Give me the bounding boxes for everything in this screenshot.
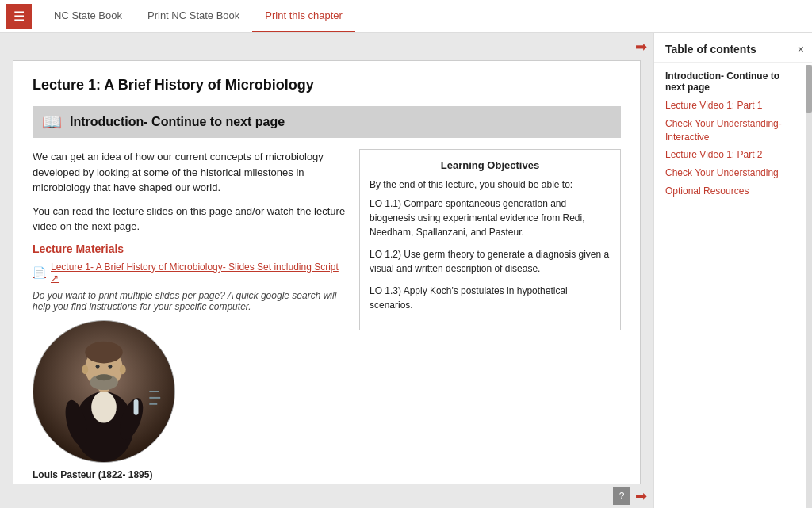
toc-link-1[interactable]: Lecture Video 1: Part 1 xyxy=(665,99,801,113)
slides-link[interactable]: 📄 Lecture 1- A Brief History of Microbio… xyxy=(33,262,347,284)
content-bottom-toolbar: ? ➡ xyxy=(0,484,653,508)
toc-close-button[interactable]: × xyxy=(798,43,804,55)
book-page: Lecture 1: A Brief History of Microbiolo… xyxy=(13,60,641,484)
svg-rect-14 xyxy=(134,399,139,414)
svg-point-2 xyxy=(91,392,117,423)
toc-scrollbar-track[interactable] xyxy=(806,65,812,508)
toc-link-4[interactable]: Check Your Understanding xyxy=(665,166,801,180)
content-scroll[interactable]: Lecture 1: A Brief History of Microbiolo… xyxy=(0,60,653,484)
content-area: ➡ Lecture 1: A Brief History of Microbio… xyxy=(0,33,653,508)
body-text-2: You can read the lecture slides on this … xyxy=(33,204,347,235)
page-title: Lecture 1: A Brief History of Microbiolo… xyxy=(33,77,621,94)
svg-point-7 xyxy=(96,374,112,380)
section-header: 📖 Introduction- Continue to next page xyxy=(33,106,621,138)
next-page-arrow-bottom[interactable]: ➡ xyxy=(635,487,647,505)
tab-print-this-chapter[interactable]: Print this chapter xyxy=(252,0,355,32)
portrait-bg xyxy=(33,321,174,462)
toc-link-2[interactable]: Check Your Understanding- Interactive xyxy=(665,117,801,144)
svg-point-5 xyxy=(85,341,122,363)
left-column: We can get an idea of how our current co… xyxy=(33,149,347,484)
menu-icon: ☰ xyxy=(13,9,25,24)
learning-intro: By the end of this lecture, you should b… xyxy=(370,179,611,190)
learning-objectives-title: Learning Objectives xyxy=(370,159,611,171)
italic-note: Do you want to print multiple slides per… xyxy=(33,290,347,312)
learning-item-3: LO 1.3) Apply Koch's postulates in hypot… xyxy=(370,284,611,312)
learning-item-1: LO 1.1) Compare spontaneous generation a… xyxy=(370,197,611,239)
toc-header: Table of contents × xyxy=(654,33,812,63)
svg-point-11 xyxy=(120,365,126,374)
section-header-text: Introduction- Continue to next page xyxy=(70,115,285,129)
toc-scrollbar-thumb[interactable] xyxy=(806,65,812,113)
book-icon: 📖 xyxy=(42,113,62,132)
portrait-container: Louis Pasteur (1822- 1895) Pasteur demon… xyxy=(33,320,347,485)
next-page-arrow-top[interactable]: ➡ xyxy=(635,38,647,55)
lecture-materials-title: Lecture Materials xyxy=(33,243,347,255)
two-column-layout: We can get an idea of how our current co… xyxy=(33,149,621,484)
nav-tabs: NC State Book Print NC State Book Print … xyxy=(41,0,355,32)
tab-print-nc-state-book[interactable]: Print NC State Book xyxy=(135,0,252,32)
menu-button[interactable]: ☰ xyxy=(6,4,32,29)
svg-point-9 xyxy=(108,364,112,368)
svg-point-8 xyxy=(96,364,100,368)
learning-objectives-box: Learning Objectives By the end of this l… xyxy=(359,149,621,330)
body-text-1: We can get an idea of how our current co… xyxy=(33,149,347,196)
toc-body: Introduction- Continue to next page Lect… xyxy=(654,63,812,508)
toc-link-3[interactable]: Lecture Video 1: Part 2 xyxy=(665,148,801,162)
slides-link-text: Lecture 1- A Brief History of Microbiolo… xyxy=(51,262,347,284)
top-nav: ☰ NC State Book Print NC State Book Prin… xyxy=(0,0,812,33)
main-area: ➡ Lecture 1: A Brief History of Microbio… xyxy=(0,33,812,508)
toc-optional-resources[interactable]: Optional Resources xyxy=(665,185,801,198)
toc-sidebar: Table of contents × Introduction- Contin… xyxy=(653,33,812,508)
toc-title: Table of contents xyxy=(665,43,756,55)
learning-item-2: LO 1.2) Use germ theory to generate a di… xyxy=(370,247,611,276)
toc-section-title: Introduction- Continue to next page xyxy=(665,71,801,93)
svg-point-10 xyxy=(82,365,88,374)
content-toolbar: ➡ xyxy=(0,33,653,60)
portrait-caption: Louis Pasteur (1822- 1895) xyxy=(33,469,152,480)
slides-doc-icon: 📄 xyxy=(33,266,46,279)
tab-nc-state-book[interactable]: NC State Book xyxy=(41,0,135,32)
help-button[interactable]: ? xyxy=(613,487,630,505)
right-column: Learning Objectives By the end of this l… xyxy=(359,149,621,484)
portrait-image xyxy=(33,320,175,463)
